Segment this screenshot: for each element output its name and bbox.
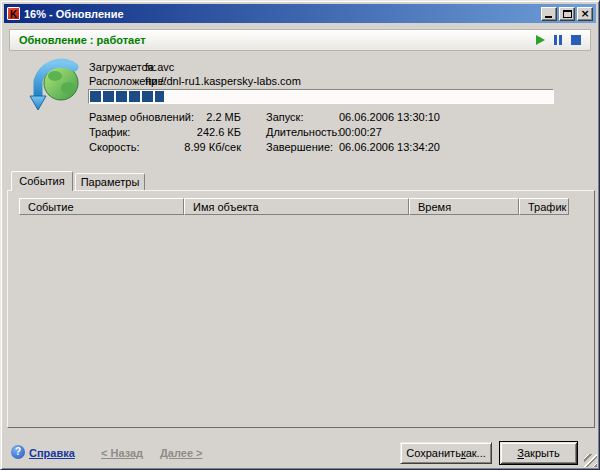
- downloading-file: fa.avc: [145, 61, 174, 73]
- column-header-time[interactable]: Время: [409, 198, 519, 215]
- location-value: ftp://dnl-ru1.kaspersky-labs.com: [145, 75, 301, 87]
- stat-finish-label: Завершение:: [266, 141, 333, 153]
- tab-parameters[interactable]: Параметры: [75, 173, 145, 190]
- stop-icon[interactable]: [571, 35, 581, 45]
- window-title: 16% - Обновление: [24, 8, 541, 20]
- next-link[interactable]: Далее >: [160, 447, 203, 459]
- column-header-event[interactable]: Событие: [19, 198, 184, 215]
- close-dialog-button[interactable]: Закрыть: [499, 441, 578, 465]
- kaspersky-app-icon: K: [7, 7, 20, 20]
- save-as-button[interactable]: Сохранить как...: [400, 442, 492, 464]
- resize-grip[interactable]: [584, 454, 597, 467]
- progress-fill: [90, 91, 164, 102]
- maximize-icon: [563, 10, 572, 18]
- maximize-button[interactable]: [559, 7, 575, 21]
- titlebar[interactable]: K 16% - Обновление ×: [4, 4, 596, 23]
- start-icon[interactable]: [536, 35, 545, 45]
- stat-traffic-value: 242.6 КБ: [151, 126, 241, 138]
- tab-events[interactable]: События: [11, 171, 73, 191]
- stat-speed-label: Скорость:: [89, 141, 140, 153]
- stat-size-value: 2.2 МБ: [151, 111, 241, 123]
- column-header-traffic[interactable]: Трафик: [519, 198, 569, 215]
- update-status-bar: Обновление : работает: [9, 29, 591, 51]
- minimize-icon: [545, 16, 552, 18]
- minimize-button[interactable]: [541, 7, 557, 21]
- pause-icon[interactable]: [554, 35, 562, 45]
- help-link[interactable]: Справка: [29, 447, 75, 459]
- update-globe-icon: [27, 57, 87, 117]
- stat-duration-value: 00:00:27: [339, 126, 382, 138]
- stat-speed-value: 8.99 Кб/сек: [151, 141, 241, 153]
- status-text: Обновление : работает: [19, 34, 146, 46]
- update-progress-bar: [88, 89, 554, 104]
- back-link[interactable]: < Назад: [101, 447, 143, 459]
- close-button[interactable]: ×: [577, 7, 593, 21]
- tab-page: [7, 190, 595, 428]
- window-controls: ×: [541, 7, 593, 21]
- close-icon: ×: [578, 8, 592, 20]
- help-icon: ?: [11, 445, 25, 459]
- update-dialog-window: K 16% - Обновление × Обновление : работа…: [0, 0, 600, 470]
- list-header: Событие Имя объекта Время Трафик: [19, 198, 569, 215]
- stat-duration-label: Длительность:: [266, 126, 340, 138]
- task-controls: [536, 35, 581, 45]
- column-header-object[interactable]: Имя объекта: [184, 198, 409, 215]
- stat-finish-value: 06.06.2006 13:34:20: [339, 141, 440, 153]
- stat-traffic-label: Трафик:: [89, 126, 130, 138]
- stat-start-label: Запуск:: [266, 111, 303, 123]
- stat-start-value: 06.06.2006 13:30:10: [339, 111, 440, 123]
